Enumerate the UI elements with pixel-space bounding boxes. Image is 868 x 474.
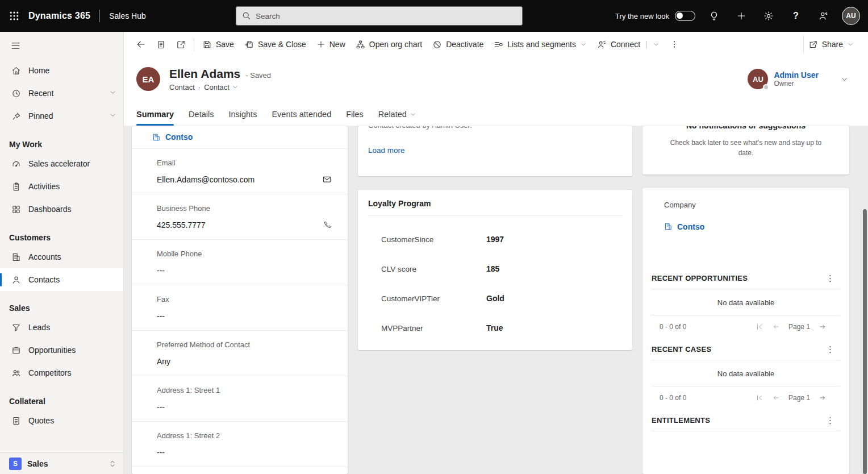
sidebar-item-quotes[interactable]: Quotes [0, 409, 123, 432]
previous-page-button[interactable] [772, 323, 780, 331]
company-link-row[interactable]: Contso [652, 222, 840, 231]
sidebar-item-accounts[interactable]: Accounts [0, 246, 123, 268]
owner-field[interactable]: AU Admin User Owner [748, 69, 819, 89]
field-value[interactable]: 185 [486, 264, 499, 273]
settings-button[interactable] [760, 7, 777, 24]
search-icon [241, 11, 251, 23]
sidebar-item-opportunities[interactable]: Opportunities [0, 339, 123, 361]
owner-name[interactable]: Admin User [774, 70, 819, 80]
tab-summary[interactable]: Summary [136, 110, 174, 126]
field-value[interactable]: --- [157, 311, 165, 321]
search-input[interactable] [236, 6, 523, 26]
field-value[interactable]: 425.555.7777 [157, 221, 206, 230]
field-value[interactable]: 1997 [486, 235, 504, 244]
field-label: Business Phone [157, 204, 332, 213]
field-value[interactable]: --- [157, 266, 165, 275]
feedback-button[interactable] [815, 7, 832, 24]
sidebar-item-label: Pinned [28, 111, 53, 120]
sidebar-item-contacts[interactable]: Contacts [0, 268, 123, 291]
new-button[interactable]: New [311, 35, 350, 53]
connect-button[interactable]: Connect | [592, 35, 665, 53]
field-address-street2: Address 1: Street 2 --- [132, 422, 348, 467]
field-value[interactable]: Ellen.Adams@contoso.com [157, 175, 254, 184]
form-switch-button[interactable] [151, 35, 171, 53]
field-value[interactable]: True [486, 323, 503, 332]
sidebar-group-customers: Customers [0, 221, 123, 246]
sidebar-item-recent[interactable]: Recent [0, 82, 123, 105]
waffle-icon [9, 10, 20, 22]
toggle-switch[interactable] [675, 11, 695, 21]
sidebar-item-leads[interactable]: Leads [0, 316, 123, 339]
loyalty-program-card: Loyalty Program CustomerSince 1997 CLV s… [358, 190, 632, 350]
app-launcher-button[interactable] [0, 0, 28, 32]
save-button[interactable]: Save [197, 35, 239, 53]
record-avatar[interactable]: EA [136, 67, 160, 91]
first-page-button[interactable] [756, 323, 763, 331]
company-link[interactable]: Contso [677, 222, 704, 231]
tab-events-attended[interactable]: Events attended [272, 110, 331, 126]
next-page-button[interactable] [819, 323, 827, 331]
more-options-icon[interactable]: ⋮ [824, 273, 837, 284]
share-button[interactable]: Share [803, 35, 859, 53]
suggestions-button[interactable] [706, 7, 723, 24]
vertical-scrollbar[interactable] [863, 209, 867, 474]
sitemap-collapse-button[interactable] [0, 32, 123, 59]
sidebar-item-home[interactable]: Home [0, 59, 123, 82]
field-value[interactable]: --- [157, 402, 165, 411]
sidebar-group-sales: Sales [0, 291, 123, 316]
quick-create-button[interactable] [733, 7, 750, 24]
tab-details[interactable]: Details [189, 110, 214, 126]
person-icon [818, 11, 828, 21]
field-mobile-phone: Mobile Phone --- [132, 240, 348, 285]
hub-title[interactable]: Sales Hub [109, 11, 146, 20]
chevron-down-icon [580, 41, 587, 48]
field-value[interactable]: Gold [486, 294, 504, 303]
more-options-icon[interactable]: ⋮ [824, 344, 837, 355]
more-commands-button[interactable] [665, 35, 684, 53]
area-switcher[interactable]: S Sales [0, 452, 123, 474]
sidebar-item-pinned[interactable]: Pinned [0, 105, 123, 127]
app-title[interactable]: Dynamics 365 [28, 11, 90, 21]
sidebar-item-activities[interactable]: Activities [0, 175, 123, 198]
header-expand-button[interactable] [840, 75, 849, 84]
form-selector[interactable]: Contact [204, 83, 239, 92]
page-indicator: Page 1 [788, 323, 810, 331]
tab-related[interactable]: Related [378, 110, 416, 126]
email-icon[interactable] [322, 174, 332, 184]
first-page-button[interactable] [756, 394, 763, 402]
company-link[interactable]: Contso [165, 132, 193, 142]
chevron-down-icon[interactable] [653, 41, 660, 48]
more-options-icon[interactable]: ⋮ [824, 415, 837, 426]
next-page-button[interactable] [819, 394, 827, 402]
back-button[interactable] [131, 35, 151, 53]
phone-icon[interactable] [323, 221, 332, 230]
load-more-link[interactable]: Load more [368, 146, 405, 155]
contact-info-card: Contso Email Ellen.Adams@contoso.com Bus… [132, 126, 348, 474]
sidebar-item-competitors[interactable]: Competitors [0, 361, 123, 384]
tab-insights[interactable]: Insights [228, 110, 257, 126]
chevron-down-icon [847, 41, 854, 48]
chevron-down-icon[interactable] [109, 89, 116, 98]
deactivate-button[interactable]: Deactivate [427, 35, 489, 53]
sidebar-item-dashboards[interactable]: Dashboards [0, 198, 123, 221]
company-name-field[interactable]: Contso [132, 126, 348, 149]
lists-segments-button[interactable]: Lists and segments [489, 35, 592, 53]
tab-files[interactable]: Files [346, 110, 364, 126]
sidebar-item-label: Quotes [28, 416, 54, 425]
popout-button[interactable] [171, 35, 191, 53]
field-label: Mobile Phone [157, 250, 332, 258]
chevron-down-icon [410, 111, 416, 118]
account-avatar[interactable]: AU [842, 7, 860, 25]
help-button[interactable]: ? [787, 7, 804, 24]
chevron-down-icon[interactable] [109, 111, 116, 120]
subgrid-entitlements: ENTITLEMENTS ⋮ [652, 415, 840, 431]
previous-page-button[interactable] [772, 394, 780, 402]
sidebar-item-sales-accelerator[interactable]: Sales accelerator [0, 152, 123, 175]
field-value[interactable]: --- [157, 448, 165, 457]
summary-tab-content: Contso Email Ellen.Adams@contoso.com Bus… [124, 126, 868, 474]
new-look-toggle[interactable]: Try the new look [615, 11, 695, 21]
save-and-close-button[interactable]: Save & Close [239, 35, 311, 53]
save-close-label: Save & Close [258, 40, 306, 49]
open-org-chart-button[interactable]: Open org chart [350, 35, 427, 53]
field-value[interactable]: Any [157, 357, 170, 366]
